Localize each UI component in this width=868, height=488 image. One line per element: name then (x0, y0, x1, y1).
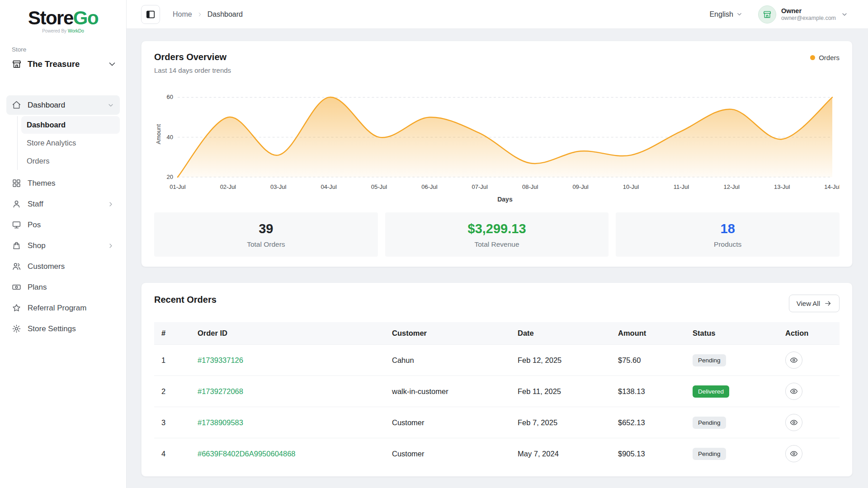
sidebar-item-dashboard[interactable]: Dashboard (6, 95, 120, 115)
status-badge: Pending (693, 417, 726, 429)
action-cell (778, 376, 840, 407)
svg-text:40: 40 (167, 134, 173, 141)
sidebar-toggle-icon (146, 9, 156, 19)
sidebar-item-label: Referral Program (28, 304, 86, 313)
chevron-down-icon (736, 11, 743, 18)
orders-overview-card: Orders Overview Last 14 days order trend… (141, 41, 853, 267)
language-label: English (709, 10, 733, 19)
sidebar: StoreGo Powered By WorkDo Store The Trea… (0, 0, 127, 488)
orders-table-body: 1 #1739337126 Cahun Feb 12, 2025 $75.60 … (154, 345, 840, 469)
order-id-cell: #1738909583 (190, 407, 385, 438)
sidebar-item-themes[interactable]: Themes (6, 174, 120, 193)
date-cell: Feb 12, 2025 (510, 345, 611, 376)
sidebar-item-label: Dashboard (28, 101, 65, 110)
user-meta: Owner owner@example.com (781, 7, 836, 22)
breadcrumb-home[interactable]: Home (173, 10, 192, 19)
order-id-cell: #1739272068 (190, 376, 385, 407)
status-cell: Pending (685, 438, 778, 469)
user-email: owner@example.com (781, 15, 836, 22)
legend-label: Orders (819, 54, 840, 61)
brand-name-suffix: Go (73, 7, 98, 28)
stat-products: 18 Products (616, 212, 840, 257)
svg-text:12-Jul: 12-Jul (724, 183, 740, 190)
language-selector[interactable]: English (709, 10, 742, 19)
column-header: Status (685, 322, 778, 345)
customer-cell: walk-in-customer (385, 376, 510, 407)
view-order-button[interactable] (785, 352, 802, 369)
orders-trend-chart: 20406001-Jul02-Jul03-Jul04-Jul05-Jul06-J… (154, 84, 840, 205)
svg-text:02-Jul: 02-Jul (220, 183, 236, 190)
svg-text:03-Jul: 03-Jul (270, 183, 286, 190)
footer-copyright: © 2025 StoreGo SaaS (141, 477, 853, 488)
svg-text:20: 20 (167, 174, 173, 180)
action-cell (778, 438, 840, 469)
stat-label: Total Revenue (390, 240, 604, 249)
order-id-link[interactable]: #1739337126 (198, 356, 243, 364)
action-cell (778, 407, 840, 438)
column-header: Amount (611, 322, 685, 345)
powered-by-text: Powered By WorkDo (5, 28, 122, 33)
date-cell: Feb 7, 2025 (510, 407, 611, 438)
customer-cell: Customer (385, 438, 510, 469)
view-order-button[interactable] (785, 383, 802, 400)
banknote-icon (12, 282, 21, 292)
sidebar-item-plans[interactable]: Plans (6, 277, 120, 297)
amount-cell: $652.13 (611, 407, 685, 438)
view-order-button[interactable] (785, 445, 802, 462)
order-id-cell: #1739337126 (190, 345, 385, 376)
app-root: StoreGo Powered By WorkDo Store The Trea… (0, 0, 868, 488)
order-id-link[interactable]: #1739272068 (198, 387, 243, 395)
view-order-button[interactable] (785, 414, 802, 431)
order-id-link[interactable]: #6639F8402D6A9950604868 (198, 450, 296, 458)
date-cell: May 7, 2024 (510, 438, 611, 469)
status-badge: Pending (693, 448, 726, 460)
column-header: Order ID (190, 322, 385, 345)
action-cell (778, 345, 840, 376)
recent-orders-card: Recent Orders View All #Order IDCustomer… (141, 282, 853, 477)
recent-orders-title: Recent Orders (154, 295, 217, 305)
sidebar-subitem-dashboard[interactable]: Dashboard (21, 116, 120, 134)
svg-text:04-Jul: 04-Jul (321, 183, 336, 190)
column-header: Customer (385, 322, 510, 345)
svg-text:07-Jul: 07-Jul (472, 183, 488, 190)
svg-text:Amount: Amount (155, 124, 162, 144)
sidebar-item-pos[interactable]: Pos (6, 215, 120, 235)
sidebar-subitem-store-analytics[interactable]: Store Analytics (21, 134, 120, 152)
summary-stats: 39 Total Orders $3,299.13 Total Revenue … (154, 212, 840, 257)
stat-value: 39 (159, 221, 373, 236)
order-id-cell: #6639F8402D6A9950604868 (190, 438, 385, 469)
svg-text:09-Jul: 09-Jul (572, 183, 588, 190)
order-number-cell: 2 (154, 376, 190, 407)
avatar (758, 5, 776, 23)
breadcrumb: Home Dashboard (173, 10, 243, 19)
chart-area: 20406001-Jul02-Jul03-Jul04-Jul05-Jul06-J… (154, 84, 840, 207)
brand-name-prefix: Store (28, 7, 73, 28)
chevron-down-icon (107, 102, 114, 109)
user-name: Owner (781, 7, 836, 15)
view-all-button[interactable]: View All (789, 295, 840, 312)
dashboard-submenu: Dashboard Store Analytics Orders (17, 116, 120, 170)
sidebar-item-staff[interactable]: Staff (6, 194, 120, 214)
store-switcher[interactable]: The Treasure (0, 56, 126, 74)
order-id-link[interactable]: #1738909583 (198, 418, 243, 427)
sidebar-nav: Dashboard Dashboard Store Analytics Orde… (0, 74, 126, 340)
status-badge: Delivered (693, 385, 729, 398)
sidebar-item-referral-program[interactable]: Referral Program (6, 298, 120, 318)
sidebar-subitem-orders[interactable]: Orders (21, 152, 120, 170)
eye-icon (790, 450, 798, 458)
brand-logo[interactable]: StoreGo Powered By WorkDo (0, 0, 126, 35)
sidebar-item-customers[interactable]: Customers (6, 257, 120, 276)
user-menu[interactable]: Owner owner@example.com (758, 5, 848, 23)
eye-icon (790, 356, 798, 364)
order-number-cell: 3 (154, 407, 190, 438)
svg-text:Days: Days (497, 196, 513, 203)
sidebar-toggle-button[interactable] (141, 5, 160, 24)
arrow-right-icon (824, 300, 832, 307)
sidebar-item-shop[interactable]: Shop (6, 236, 120, 255)
brand-logo-text: StoreGo (5, 8, 122, 28)
sidebar-item-store-settings[interactable]: Store Settings (6, 319, 120, 338)
legend-dot-icon (810, 55, 815, 60)
table-row: 1 #1739337126 Cahun Feb 12, 2025 $75.60 … (154, 345, 840, 376)
topbar-right: English Owner owner@example.com (709, 5, 848, 23)
orders-table-header-row: #Order IDCustomerDateAmountStatusAction (154, 322, 840, 345)
